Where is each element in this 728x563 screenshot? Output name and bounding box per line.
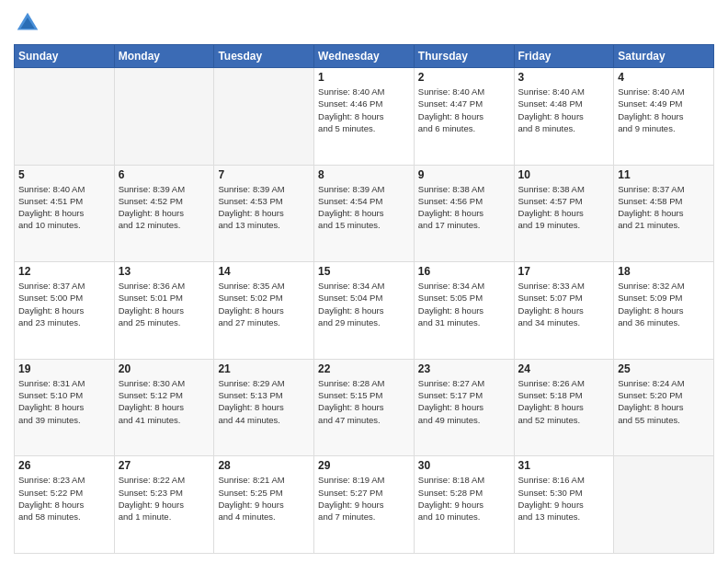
day-info: Sunrise: 8:40 AM Sunset: 4:46 PM Dayligh… bbox=[318, 86, 410, 134]
day-info: Sunrise: 8:35 AM Sunset: 5:02 PM Dayligh… bbox=[218, 280, 310, 328]
day-info: Sunrise: 8:37 AM Sunset: 5:00 PM Dayligh… bbox=[18, 280, 110, 328]
day-info: Sunrise: 8:29 AM Sunset: 5:13 PM Dayligh… bbox=[218, 377, 310, 426]
day-number: 11 bbox=[618, 168, 710, 181]
calendar-header-row: SundayMondayTuesdayWednesdayThursdayFrid… bbox=[15, 45, 714, 68]
calendar-cell: 30Sunrise: 8:18 AM Sunset: 5:28 PM Dayli… bbox=[414, 456, 514, 554]
calendar-cell: 5Sunrise: 8:40 AM Sunset: 4:51 PM Daylig… bbox=[15, 165, 115, 262]
calendar-cell bbox=[214, 68, 314, 166]
calendar-cell: 9Sunrise: 8:38 AM Sunset: 4:56 PM Daylig… bbox=[414, 165, 514, 262]
calendar-cell: 29Sunrise: 8:19 AM Sunset: 5:27 PM Dayli… bbox=[314, 456, 415, 554]
day-number: 20 bbox=[119, 362, 210, 375]
day-number: 6 bbox=[119, 168, 210, 181]
day-info: Sunrise: 8:33 AM Sunset: 5:07 PM Dayligh… bbox=[518, 280, 610, 328]
day-number: 24 bbox=[518, 362, 610, 375]
calendar-cell: 26Sunrise: 8:23 AM Sunset: 5:22 PM Dayli… bbox=[15, 456, 115, 554]
day-number: 7 bbox=[218, 168, 310, 181]
day-number: 16 bbox=[418, 265, 510, 278]
day-info: Sunrise: 8:39 AM Sunset: 4:54 PM Dayligh… bbox=[318, 183, 410, 232]
calendar-cell: 4Sunrise: 8:40 AM Sunset: 4:49 PM Daylig… bbox=[614, 68, 714, 166]
day-info: Sunrise: 8:40 AM Sunset: 4:51 PM Dayligh… bbox=[18, 183, 110, 232]
day-header-sunday: Sunday bbox=[15, 45, 115, 68]
week-row-2: 5Sunrise: 8:40 AM Sunset: 4:51 PM Daylig… bbox=[15, 165, 714, 262]
calendar-cell: 13Sunrise: 8:36 AM Sunset: 5:01 PM Dayli… bbox=[114, 262, 214, 360]
calendar-cell bbox=[114, 68, 214, 166]
calendar-cell: 24Sunrise: 8:26 AM Sunset: 5:18 PM Dayli… bbox=[514, 359, 614, 456]
calendar-cell: 28Sunrise: 8:21 AM Sunset: 5:25 PM Dayli… bbox=[214, 456, 314, 554]
day-number: 21 bbox=[218, 362, 310, 375]
calendar-cell: 10Sunrise: 8:38 AM Sunset: 4:57 PM Dayli… bbox=[514, 165, 614, 262]
day-number: 31 bbox=[518, 459, 610, 472]
logo-icon bbox=[14, 9, 41, 37]
day-info: Sunrise: 8:24 AM Sunset: 5:20 PM Dayligh… bbox=[618, 377, 710, 426]
day-number: 19 bbox=[18, 362, 110, 375]
day-number: 18 bbox=[618, 265, 710, 278]
day-info: Sunrise: 8:38 AM Sunset: 4:57 PM Dayligh… bbox=[518, 183, 610, 232]
day-number: 25 bbox=[618, 362, 710, 375]
calendar-cell: 21Sunrise: 8:29 AM Sunset: 5:13 PM Dayli… bbox=[214, 359, 314, 456]
day-info: Sunrise: 8:28 AM Sunset: 5:15 PM Dayligh… bbox=[318, 377, 410, 426]
day-info: Sunrise: 8:40 AM Sunset: 4:48 PM Dayligh… bbox=[518, 86, 610, 134]
calendar-cell: 17Sunrise: 8:33 AM Sunset: 5:07 PM Dayli… bbox=[514, 262, 614, 360]
calendar-cell: 14Sunrise: 8:35 AM Sunset: 5:02 PM Dayli… bbox=[214, 262, 314, 360]
day-number: 22 bbox=[318, 362, 410, 375]
day-header-saturday: Saturday bbox=[614, 45, 714, 68]
calendar-cell: 20Sunrise: 8:30 AM Sunset: 5:12 PM Dayli… bbox=[114, 359, 214, 456]
day-number: 1 bbox=[318, 71, 410, 84]
calendar-cell: 8Sunrise: 8:39 AM Sunset: 4:54 PM Daylig… bbox=[314, 165, 415, 262]
calendar-cell: 25Sunrise: 8:24 AM Sunset: 5:20 PM Dayli… bbox=[614, 359, 714, 456]
day-info: Sunrise: 8:22 AM Sunset: 5:23 PM Dayligh… bbox=[119, 474, 210, 523]
day-number: 28 bbox=[218, 459, 310, 472]
day-header-monday: Monday bbox=[114, 45, 214, 68]
day-number: 4 bbox=[618, 71, 710, 84]
calendar-cell: 19Sunrise: 8:31 AM Sunset: 5:10 PM Dayli… bbox=[15, 359, 115, 456]
day-number: 30 bbox=[418, 459, 510, 472]
day-info: Sunrise: 8:26 AM Sunset: 5:18 PM Dayligh… bbox=[518, 377, 610, 426]
day-number: 17 bbox=[518, 265, 610, 278]
day-number: 12 bbox=[18, 265, 110, 278]
day-number: 2 bbox=[418, 71, 510, 84]
day-info: Sunrise: 8:40 AM Sunset: 4:49 PM Dayligh… bbox=[618, 86, 710, 134]
day-info: Sunrise: 8:31 AM Sunset: 5:10 PM Dayligh… bbox=[18, 377, 110, 426]
day-info: Sunrise: 8:21 AM Sunset: 5:25 PM Dayligh… bbox=[218, 474, 310, 523]
day-info: Sunrise: 8:37 AM Sunset: 4:58 PM Dayligh… bbox=[618, 183, 710, 232]
day-number: 27 bbox=[119, 459, 210, 472]
day-number: 9 bbox=[418, 168, 510, 181]
calendar-cell: 3Sunrise: 8:40 AM Sunset: 4:48 PM Daylig… bbox=[514, 68, 614, 166]
page: SundayMondayTuesdayWednesdayThursdayFrid… bbox=[0, 0, 728, 563]
calendar-cell: 7Sunrise: 8:39 AM Sunset: 4:53 PM Daylig… bbox=[214, 165, 314, 262]
header bbox=[14, 9, 714, 37]
day-number: 3 bbox=[518, 71, 610, 84]
week-row-4: 19Sunrise: 8:31 AM Sunset: 5:10 PM Dayli… bbox=[15, 359, 714, 456]
week-row-3: 12Sunrise: 8:37 AM Sunset: 5:00 PM Dayli… bbox=[15, 262, 714, 360]
day-number: 8 bbox=[318, 168, 410, 181]
calendar-cell: 22Sunrise: 8:28 AM Sunset: 5:15 PM Dayli… bbox=[314, 359, 415, 456]
day-info: Sunrise: 8:18 AM Sunset: 5:28 PM Dayligh… bbox=[418, 474, 510, 523]
day-info: Sunrise: 8:23 AM Sunset: 5:22 PM Dayligh… bbox=[18, 474, 110, 523]
calendar-cell: 27Sunrise: 8:22 AM Sunset: 5:23 PM Dayli… bbox=[114, 456, 214, 554]
calendar-table: SundayMondayTuesdayWednesdayThursdayFrid… bbox=[14, 44, 714, 554]
calendar-cell: 16Sunrise: 8:34 AM Sunset: 5:05 PM Dayli… bbox=[414, 262, 514, 360]
day-number: 29 bbox=[318, 459, 410, 472]
day-number: 13 bbox=[119, 265, 210, 278]
day-info: Sunrise: 8:19 AM Sunset: 5:27 PM Dayligh… bbox=[318, 474, 410, 523]
day-info: Sunrise: 8:16 AM Sunset: 5:30 PM Dayligh… bbox=[518, 474, 610, 523]
week-row-1: 1Sunrise: 8:40 AM Sunset: 4:46 PM Daylig… bbox=[15, 68, 714, 166]
day-header-wednesday: Wednesday bbox=[314, 45, 415, 68]
day-info: Sunrise: 8:32 AM Sunset: 5:09 PM Dayligh… bbox=[618, 280, 710, 328]
day-header-thursday: Thursday bbox=[414, 45, 514, 68]
calendar-cell: 31Sunrise: 8:16 AM Sunset: 5:30 PM Dayli… bbox=[514, 456, 614, 554]
day-info: Sunrise: 8:34 AM Sunset: 5:04 PM Dayligh… bbox=[318, 280, 410, 328]
day-header-friday: Friday bbox=[514, 45, 614, 68]
day-number: 14 bbox=[218, 265, 310, 278]
calendar-cell: 23Sunrise: 8:27 AM Sunset: 5:17 PM Dayli… bbox=[414, 359, 514, 456]
day-number: 15 bbox=[318, 265, 410, 278]
day-info: Sunrise: 8:39 AM Sunset: 4:53 PM Dayligh… bbox=[218, 183, 310, 232]
day-info: Sunrise: 8:39 AM Sunset: 4:52 PM Dayligh… bbox=[119, 183, 210, 232]
calendar-cell: 12Sunrise: 8:37 AM Sunset: 5:00 PM Dayli… bbox=[15, 262, 115, 360]
day-info: Sunrise: 8:40 AM Sunset: 4:47 PM Dayligh… bbox=[418, 86, 510, 134]
calendar-cell: 2Sunrise: 8:40 AM Sunset: 4:47 PM Daylig… bbox=[414, 68, 514, 166]
calendar-cell: 6Sunrise: 8:39 AM Sunset: 4:52 PM Daylig… bbox=[114, 165, 214, 262]
logo bbox=[14, 9, 45, 37]
day-info: Sunrise: 8:36 AM Sunset: 5:01 PM Dayligh… bbox=[119, 280, 210, 328]
day-header-tuesday: Tuesday bbox=[214, 45, 314, 68]
